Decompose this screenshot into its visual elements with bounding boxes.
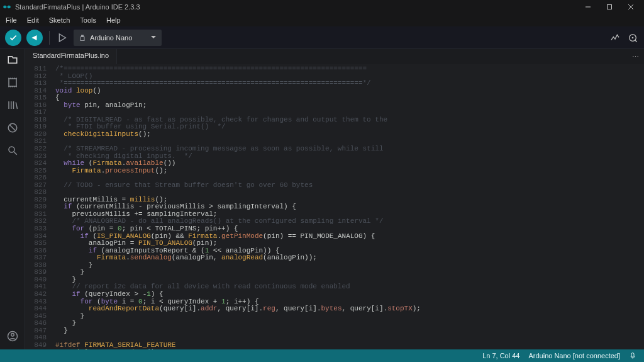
account-icon[interactable] bbox=[6, 329, 19, 343]
line-number-gutter: 811 812 813 814 815 816 817 818 819 820 … bbox=[25, 64, 50, 349]
boards-manager-icon[interactable] bbox=[6, 76, 19, 89]
menubar: File Edit Sketch Tools Help bbox=[0, 14, 644, 26]
tab-label: StandardFirmataPlus.ino bbox=[33, 52, 109, 59]
window-titlebar: StandardFirmataPlus | Arduino IDE 2.3.3 bbox=[0, 0, 644, 14]
window-title: StandardFirmataPlus | Arduino IDE 2.3.3 bbox=[15, 3, 577, 11]
svg-line-10 bbox=[14, 152, 17, 155]
status-cursor[interactable]: Ln 7, Col 44 bbox=[482, 352, 519, 359]
svg-point-12 bbox=[11, 334, 14, 337]
board-name: Arduino Nano bbox=[90, 34, 132, 42]
verify-button[interactable] bbox=[5, 30, 21, 46]
menu-help[interactable]: Help bbox=[102, 15, 125, 25]
status-bar: Ln 7, Col 44 Arduino Nano [not connected… bbox=[0, 349, 644, 362]
menu-sketch[interactable]: Sketch bbox=[45, 15, 75, 25]
library-manager-icon[interactable] bbox=[6, 98, 19, 112]
board-selector[interactable]: Arduino Nano bbox=[74, 30, 162, 46]
notifications-icon[interactable] bbox=[629, 351, 638, 360]
toolbar: Arduino Nano bbox=[0, 26, 644, 49]
svg-line-5 bbox=[635, 40, 637, 42]
svg-rect-6 bbox=[9, 79, 16, 86]
status-board[interactable]: Arduino Nano [not connected] bbox=[528, 352, 620, 359]
tab-overflow-button[interactable]: ⋯ bbox=[626, 49, 644, 64]
code-editor[interactable]: 811 812 813 814 815 816 817 818 819 820 … bbox=[25, 64, 644, 349]
activity-bar bbox=[0, 49, 25, 349]
code-content[interactable]: /*======================================… bbox=[55, 64, 644, 349]
sketchbook-icon[interactable] bbox=[6, 53, 19, 67]
svg-point-4 bbox=[632, 37, 634, 38]
chevron-down-icon bbox=[150, 34, 157, 42]
usb-icon bbox=[79, 34, 86, 42]
window-close-button[interactable] bbox=[620, 0, 641, 14]
menu-file[interactable]: File bbox=[1, 15, 21, 25]
svg-point-9 bbox=[9, 147, 14, 152]
debug-button[interactable] bbox=[56, 31, 69, 44]
arduino-icon bbox=[3, 3, 11, 11]
svg-rect-0 bbox=[608, 5, 612, 9]
window-minimize-button[interactable] bbox=[577, 0, 599, 14]
upload-button[interactable] bbox=[26, 30, 43, 46]
tab-bar: StandardFirmataPlus.ino ⋯ bbox=[25, 49, 644, 64]
toolbar-separator bbox=[49, 31, 50, 45]
svg-line-8 bbox=[9, 125, 15, 131]
debug-panel-icon[interactable] bbox=[6, 121, 19, 135]
serial-plotter-button[interactable] bbox=[609, 31, 621, 44]
svg-rect-2 bbox=[80, 37, 84, 40]
window-maximize-button[interactable] bbox=[599, 0, 620, 14]
menu-tools[interactable]: Tools bbox=[75, 15, 101, 25]
serial-monitor-button[interactable] bbox=[626, 31, 639, 44]
search-icon[interactable] bbox=[6, 144, 19, 157]
menu-edit[interactable]: Edit bbox=[23, 15, 43, 25]
tab-sketch[interactable]: StandardFirmataPlus.ino bbox=[25, 49, 117, 64]
